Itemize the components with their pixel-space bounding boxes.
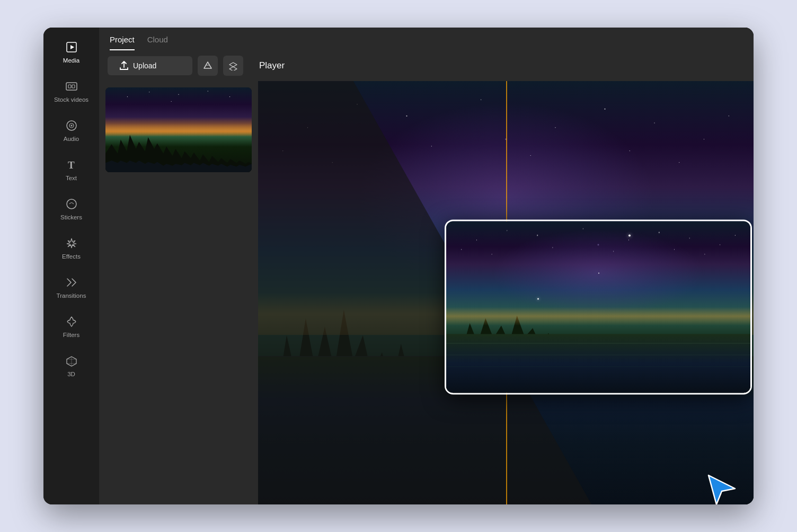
sidebar-item-3d-label: 3D — [67, 371, 75, 377]
svg-text:T: T — [68, 159, 75, 171]
cursor-svg — [706, 473, 738, 504]
google-drive-button[interactable] — [198, 56, 218, 76]
preview-popup — [445, 219, 752, 394]
stock-videos-icon — [66, 81, 77, 94]
text-icon: T — [66, 159, 77, 172]
svg-rect-3 — [68, 85, 71, 88]
audio-icon — [66, 120, 77, 133]
thumbnail-glow — [105, 123, 252, 137]
sidebar-item-audio[interactable]: Audio — [47, 112, 96, 149]
svg-point-7 — [70, 125, 72, 127]
player-area[interactable] — [258, 81, 754, 504]
popup-glow — [446, 307, 750, 326]
sidebar-item-text-label: Text — [66, 175, 77, 181]
media-thumbnail[interactable] — [105, 87, 252, 172]
upload-icon — [119, 61, 129, 70]
popup-water — [446, 334, 750, 393]
transitions-icon — [66, 277, 77, 290]
svg-marker-1 — [70, 45, 74, 49]
dropbox-button[interactable] — [223, 56, 243, 76]
sidebar-item-transitions-label: Transitions — [57, 292, 86, 299]
thumbnail-scene — [105, 87, 252, 172]
sidebar-item-effects-label: Effects — [62, 253, 81, 260]
player-label: Player — [259, 60, 285, 71]
content-row — [99, 81, 754, 504]
svg-point-9 — [67, 199, 76, 209]
sidebar-item-audio-label: Audio — [64, 136, 79, 142]
main-content: Project Cloud Upload — [99, 28, 754, 504]
stickers-icon — [66, 198, 77, 211]
sidebar-item-stock-videos[interactable]: Stock videos — [47, 73, 96, 110]
svg-rect-4 — [72, 85, 75, 88]
sidebar-item-filters[interactable]: Filters — [47, 308, 96, 345]
popup-scene — [446, 221, 750, 393]
upload-button[interactable]: Upload — [108, 56, 192, 75]
media-icon — [66, 41, 77, 55]
app-window: Media Stock videos Audio — [43, 28, 754, 504]
media-panel — [99, 81, 258, 504]
tab-project[interactable]: Project — [110, 35, 135, 50]
sidebar-item-media-label: Media — [63, 57, 79, 64]
google-drive-icon — [203, 61, 212, 70]
sidebar-item-effects[interactable]: Effects — [47, 230, 96, 267]
filters-icon — [66, 316, 77, 329]
sidebar-item-media[interactable]: Media — [47, 34, 96, 71]
tab-cloud[interactable]: Cloud — [147, 35, 168, 50]
sidebar-item-text[interactable]: T Text — [47, 152, 96, 189]
tabs-bar: Project Cloud — [99, 28, 754, 50]
sidebar-item-filters-label: Filters — [63, 332, 79, 338]
3d-icon — [66, 355, 77, 368]
toolbar: Upload Player — [99, 50, 754, 81]
dropbox-icon — [228, 61, 238, 70]
sidebar-item-stock-videos-label: Stock videos — [54, 96, 88, 103]
sidebar: Media Stock videos Audio — [43, 28, 99, 504]
effects-icon — [66, 237, 77, 251]
sidebar-item-stickers[interactable]: Stickers — [47, 191, 96, 228]
svg-rect-2 — [66, 83, 77, 90]
sidebar-item-3d[interactable]: 3D — [47, 348, 96, 385]
sidebar-item-transitions[interactable]: Transitions — [47, 269, 96, 306]
sidebar-item-stickers-label: Stickers — [60, 214, 82, 220]
